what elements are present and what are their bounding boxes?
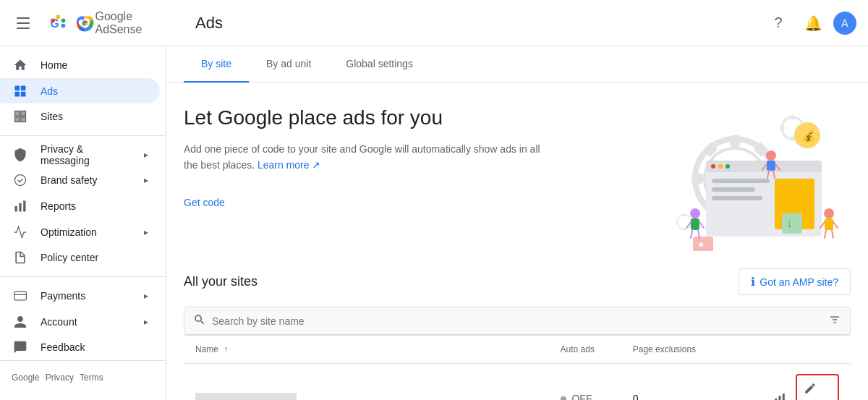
- svg-point-4: [61, 23, 66, 27]
- sidebar-item-ads[interactable]: Ads: [0, 78, 160, 104]
- reports-icon: [12, 197, 29, 215]
- layout: Home Ads Sites Privacy & messaging ▸: [0, 46, 868, 400]
- edit-icon-button[interactable]: [797, 375, 823, 400]
- svg-line-60: [832, 230, 833, 238]
- sites-icon: [12, 108, 29, 125]
- banner: Let Google place ads for you Add one pie…: [166, 83, 868, 268]
- learn-more-link[interactable]: Learn more ↗: [258, 159, 320, 171]
- sidebar-item-policy-center[interactable]: Policy center: [0, 245, 160, 271]
- svg-rect-38: [676, 221, 678, 223]
- svg-rect-8: [15, 91, 20, 96]
- svg-point-61: [690, 208, 700, 218]
- page-title: Ads: [178, 14, 764, 33]
- sidebar-item-sites[interactable]: Sites: [0, 103, 160, 129]
- svg-rect-31: [791, 116, 795, 120]
- sidebar: Home Ads Sites Privacy & messaging ▸: [0, 46, 166, 400]
- sidebar-item-home[interactable]: Home: [0, 52, 160, 78]
- actions-cell: Edit: [730, 364, 851, 401]
- svg-rect-36: [683, 213, 685, 216]
- external-link-icon: ↗: [312, 159, 320, 171]
- topbar: G: [0, 0, 868, 46]
- google-logo-icon: G: [48, 12, 69, 34]
- svg-point-49: [766, 150, 776, 161]
- svg-rect-46: [712, 187, 755, 192]
- sidebar-item-optimization[interactable]: Optimization ▸: [0, 219, 160, 245]
- learn-more-text: Learn more: [258, 159, 310, 171]
- menu-button[interactable]: [12, 9, 39, 38]
- svg-point-3: [61, 18, 66, 22]
- sidebar-divider-2: [0, 276, 166, 277]
- logo-text: Google AdSense: [95, 10, 178, 36]
- svg-rect-69: [782, 213, 802, 234]
- optimization-icon: [12, 224, 29, 241]
- help-icon: ?: [774, 14, 782, 31]
- tab-global-settings[interactable]: Global settings: [328, 46, 430, 82]
- auto-ads-cell: OFF: [549, 364, 621, 401]
- svg-rect-62: [691, 218, 699, 230]
- svg-rect-17: [23, 201, 25, 212]
- col-header-actions: [730, 336, 851, 364]
- sidebar-footer: Google Privacy Terms: [0, 360, 166, 394]
- sidebar-item-label-optimization: Optimization: [41, 226, 132, 238]
- amp-site-button[interactable]: ℹ Got an AMP site?: [739, 268, 851, 295]
- sidebar-item-privacy-messaging[interactable]: Privacy & messaging ▸: [0, 142, 160, 168]
- feedback-icon: [12, 339, 29, 356]
- footer-link-terms[interactable]: Terms: [80, 373, 103, 383]
- brand-safety-icon: [12, 171, 29, 189]
- sidebar-item-label-ads: Ads: [41, 85, 148, 97]
- footer-link-privacy[interactable]: Privacy: [46, 373, 74, 383]
- sidebar-item-brand-safety[interactable]: Brand safety ▸: [0, 168, 160, 194]
- bell-icon: 🔔: [804, 14, 822, 32]
- svg-text:💰: 💰: [801, 129, 816, 143]
- search-input[interactable]: [212, 315, 822, 327]
- chart-button[interactable]: [767, 386, 793, 400]
- payments-icon: [12, 287, 29, 305]
- sidebar-item-label-home: Home: [41, 59, 148, 71]
- svg-rect-74: [778, 396, 780, 400]
- svg-rect-7: [21, 85, 26, 90]
- auto-ads-status: OFF: [571, 393, 592, 400]
- svg-rect-32: [791, 137, 795, 141]
- hamburger-icon: [17, 14, 34, 32]
- sidebar-item-label-feedback: Feedback: [41, 341, 148, 353]
- edit-button-wrapper: Edit: [796, 374, 839, 400]
- svg-rect-47: [712, 196, 762, 200]
- notifications-button[interactable]: 🔔: [799, 9, 827, 38]
- svg-rect-9: [21, 91, 26, 96]
- svg-text:★: ★: [697, 239, 705, 250]
- svg-line-65: [691, 230, 692, 238]
- col-header-page-exclusions: Page exclusions: [621, 336, 731, 364]
- tab-by-site[interactable]: By site: [184, 46, 249, 82]
- redacted-site-name: [195, 393, 297, 401]
- page-exclusions-cell: 0: [621, 364, 731, 401]
- sidebar-item-label-account: Account: [41, 316, 132, 328]
- amp-button-label: Got an AMP site?: [760, 276, 838, 288]
- sidebar-item-label-policy: Policy center: [41, 252, 148, 263]
- svg-rect-15: [15, 206, 17, 212]
- table-row: OFF 0: [184, 364, 851, 401]
- sidebar-divider-1: [0, 135, 166, 136]
- sidebar-item-feedback[interactable]: Feedback: [0, 334, 160, 360]
- get-code-button[interactable]: Get code: [184, 191, 225, 214]
- logo: G: [48, 10, 178, 36]
- footer-links: Google Privacy Terms: [0, 367, 166, 388]
- svg-point-14: [15, 175, 26, 186]
- privacy-icon: [12, 146, 29, 163]
- sidebar-item-payments[interactable]: Payments ▸: [0, 283, 160, 309]
- expand-icon-privacy: ▸: [144, 150, 148, 160]
- filter-icon[interactable]: [828, 313, 841, 328]
- footer-link-google[interactable]: Google: [12, 373, 40, 383]
- search-icon: [193, 313, 206, 328]
- expand-icon-payments: ▸: [144, 291, 148, 301]
- tab-by-ad-unit[interactable]: By ad unit: [249, 46, 328, 82]
- svg-rect-22: [730, 135, 740, 147]
- svg-rect-16: [19, 203, 21, 212]
- avatar[interactable]: A: [833, 12, 856, 35]
- svg-line-59: [825, 230, 826, 238]
- sidebar-item-account[interactable]: Account ▸: [0, 309, 160, 335]
- svg-point-55: [824, 208, 834, 218]
- banner-description: Add one piece of code to your site and G…: [184, 141, 545, 174]
- help-button[interactable]: ?: [764, 9, 793, 38]
- sidebar-item-reports[interactable]: Reports: [0, 193, 160, 219]
- row-actions: Edit: [741, 374, 839, 400]
